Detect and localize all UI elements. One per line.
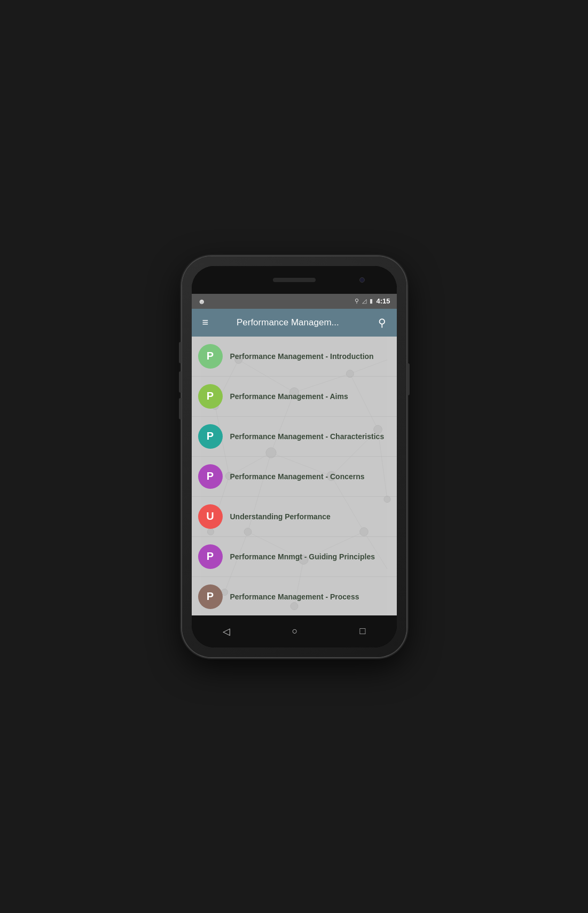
app-title: Performance Managem... [202, 317, 373, 328]
item-label: Performance Management - Introduction [230, 352, 374, 361]
list-item[interactable]: UUnderstanding Performance [192, 497, 397, 537]
top-bezel [192, 266, 397, 294]
list-items: PPerformance Management - IntroductionPP… [192, 337, 397, 615]
item-label: Understanding Performance [230, 512, 331, 521]
avatar: P [198, 544, 223, 569]
front-camera [359, 277, 365, 283]
app-bar: ≡ Performance Managem... ⚲ [192, 309, 397, 337]
list-item[interactable]: PPerformance Management - Concerns [192, 457, 397, 497]
list-item[interactable]: PPerformance Mnmgt - Guiding Principles [192, 537, 397, 577]
recent-button[interactable]: □ [349, 620, 377, 642]
item-label: Performance Mnmgt - Guiding Principles [230, 552, 375, 561]
list-item[interactable]: PPerformance Management - Aims [192, 377, 397, 417]
avatar: P [198, 384, 223, 409]
item-label: Performance Management - Aims [230, 392, 348, 401]
location-icon: ⚲ [355, 298, 359, 305]
item-label: Performance Management - Process [230, 592, 359, 601]
phone-screen: ☻ ⚲ ◿ ▮ 4:15 ≡ Performance Managem... ⚲ [192, 266, 397, 647]
status-left: ☻ [198, 297, 206, 306]
status-time: 4:15 [376, 297, 390, 305]
list-item[interactable]: PPerformance Management - Characteristic… [192, 417, 397, 457]
android-icon: ☻ [198, 297, 206, 306]
item-label: Performance Management - Concerns [230, 472, 365, 481]
item-label: Performance Management - Characteristics [230, 432, 385, 441]
avatar: P [198, 424, 223, 449]
list-item[interactable]: PPerformance Management - Process [192, 577, 397, 615]
avatar: P [198, 464, 223, 489]
list-item[interactable]: PPerformance Management - Introduction [192, 337, 397, 377]
avatar: P [198, 344, 223, 369]
home-button[interactable]: ○ [281, 620, 309, 642]
status-right: ⚲ ◿ ▮ 4:15 [355, 297, 390, 305]
phone-device: ☻ ⚲ ◿ ▮ 4:15 ≡ Performance Managem... ⚲ [182, 256, 406, 657]
avatar: P [198, 584, 223, 609]
search-icon[interactable]: ⚲ [374, 312, 390, 333]
status-bar: ☻ ⚲ ◿ ▮ 4:15 [192, 294, 397, 309]
avatar: U [198, 504, 223, 529]
speaker [273, 278, 316, 282]
bottom-nav: ◁ ○ □ [192, 615, 397, 647]
back-button[interactable]: ◁ [212, 620, 241, 643]
battery-icon: ▮ [370, 298, 373, 305]
screen: ☻ ⚲ ◿ ▮ 4:15 ≡ Performance Managem... ⚲ [192, 294, 397, 615]
signal-icon: ◿ [362, 298, 366, 305]
list-container: PPerformance Management - IntroductionPP… [192, 337, 397, 615]
